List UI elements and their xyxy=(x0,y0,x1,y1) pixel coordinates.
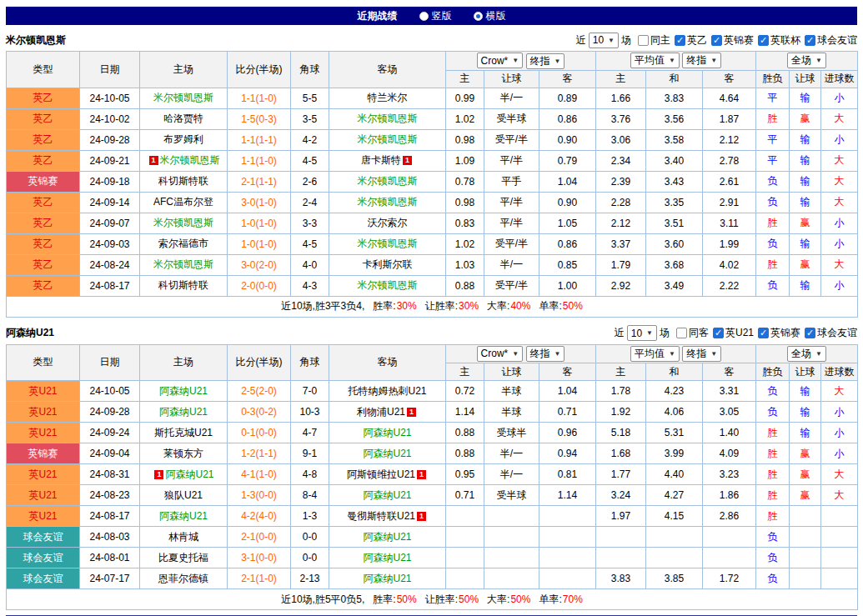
match-date: 24-08-17 xyxy=(80,506,140,527)
filter-checkbox[interactable]: 球会友谊 xyxy=(805,326,857,340)
league-tag: 英乙 xyxy=(7,150,80,171)
match-date: 24-09-18 xyxy=(80,171,140,192)
filter-checkbox[interactable]: 英联杯 xyxy=(758,33,800,48)
asian-odds-away xyxy=(539,506,596,527)
filter-checkbox[interactable]: 英U21 xyxy=(713,326,754,340)
red-card-badge: 1 xyxy=(417,470,426,479)
away-team-cell: 米尔顿凯恩斯 xyxy=(329,129,446,150)
result-wdl: 胜 xyxy=(756,108,790,129)
asian-odds-line: 半/一 xyxy=(484,88,539,108)
result-wdl: 平 xyxy=(756,129,790,150)
euro-odds-home: 3.83 xyxy=(596,568,646,589)
league-tag: 英乙 xyxy=(7,233,80,254)
average-select[interactable]: 平均值▼ xyxy=(630,346,680,362)
filter-checkbox-label: 英锦赛 xyxy=(770,326,800,340)
away-team-name: 利物浦U21 xyxy=(357,406,405,418)
checkbox-checked-icon[interactable] xyxy=(805,35,815,46)
checkbox-checked-icon[interactable] xyxy=(713,328,724,338)
result-goals: 小 xyxy=(821,233,858,254)
away-team-name: 阿森纳U21 xyxy=(363,552,411,563)
checkbox-checked-icon[interactable] xyxy=(675,35,685,46)
league-tag: 英U21 xyxy=(7,464,80,485)
layout-radio-vertical[interactable]: 竖版 xyxy=(419,9,452,23)
home-team-cell: 布罗姆利 xyxy=(140,129,228,150)
radio-icon[interactable] xyxy=(474,12,483,21)
filter-row: 米尔顿凯恩斯 近 10 ▼ 场 同主英乙英锦赛英联杯球会友谊 xyxy=(6,29,857,51)
match-date: 24-09-24 xyxy=(80,423,140,443)
asian-odds-home: 0.98 xyxy=(446,192,484,213)
radio-icon[interactable] xyxy=(419,12,429,21)
away-team-cell: 阿斯顿维拉U211 xyxy=(329,464,446,485)
match-row: 英U2124-09-28阿森纳U210-3(0-2)10-3利物浦U2111.1… xyxy=(7,402,858,423)
euro-odds-home: 1.92 xyxy=(596,402,646,423)
euro-odds-home: 3.24 xyxy=(596,485,646,506)
home-team-name: AFC温布尔登 xyxy=(153,196,213,208)
asian-odds-away: 1.14 xyxy=(539,485,596,506)
asian-odds-away xyxy=(539,568,596,589)
away-team-name: 阿森纳U21 xyxy=(363,489,411,501)
checkbox-unchecked-icon[interactable] xyxy=(638,35,649,46)
away-team-name: 沃尔索尔 xyxy=(368,217,408,228)
euro-odds-type-select[interactable]: 终指▼ xyxy=(682,53,721,68)
euro-odds-draw: 3.83 xyxy=(646,88,703,108)
corner-count: 0-0 xyxy=(291,548,329,568)
away-team-cell: 阿森纳U21 xyxy=(329,443,446,464)
summary-stat: 胜率:30% xyxy=(373,300,416,312)
asian-odds-line: 平/半 xyxy=(484,192,539,213)
bookmaker-value: Crow* xyxy=(481,55,509,67)
checkbox-checked-icon[interactable] xyxy=(758,35,769,46)
bookmaker-select[interactable]: Crow*▼ xyxy=(477,346,524,362)
checkbox-checked-icon[interactable] xyxy=(758,328,769,338)
filter-checkbox[interactable]: 同客 xyxy=(676,326,709,340)
asian-odds-type-select[interactable]: 终指▼ xyxy=(526,346,565,362)
filter-checkbox[interactable]: 同主 xyxy=(638,33,670,48)
asian-odds-away: 0.71 xyxy=(539,402,596,423)
result-handicap: 输 xyxy=(790,423,821,443)
scope-select[interactable]: 全场▼ xyxy=(787,346,826,362)
average-select[interactable]: 平均值▼ xyxy=(630,53,680,68)
summary-stat-value: 70% xyxy=(563,593,583,605)
filter-row: 阿森纳U21 近 10 ▼ 场 同客英U21英锦赛球会友谊 xyxy=(6,323,857,344)
home-team-name: 比夏史托福 xyxy=(158,552,208,563)
filter-checkbox[interactable]: 球会友谊 xyxy=(805,33,857,48)
euro-odds-home: 1.77 xyxy=(596,464,646,485)
asian-odds-line: 受平/半 xyxy=(484,275,539,296)
match-count-select[interactable]: 10 ▼ xyxy=(627,325,657,341)
league-tag: 英乙 xyxy=(7,254,80,275)
filter-checkbox[interactable]: 英锦赛 xyxy=(711,33,754,48)
league-tag: 英U21 xyxy=(7,423,80,443)
summary-stat-value: 40% xyxy=(510,300,530,312)
asian-odds-home: 0.71 xyxy=(446,485,484,506)
average-value: 平均值 xyxy=(635,347,665,361)
asian-odds-type-select[interactable]: 终指▼ xyxy=(526,53,565,69)
red-card-badge: 1 xyxy=(403,156,412,165)
filter-checkbox[interactable]: 英乙 xyxy=(675,33,707,48)
result-goals: 小 xyxy=(821,275,858,296)
sub-col-asian-home: 主 xyxy=(446,363,484,381)
away-team-cell: 阿森纳U21 xyxy=(329,423,446,443)
scope-select[interactable]: 全场▼ xyxy=(787,53,826,68)
away-team-cell: 阿森纳U21 xyxy=(329,568,446,589)
result-handicap: 赢 xyxy=(790,443,821,464)
corner-count: 4-2 xyxy=(291,129,329,150)
summary-stat-value: 30% xyxy=(459,300,479,312)
euro-odds-away: 1.99 xyxy=(703,233,756,254)
away-team-cell: 米尔顿凯恩斯 xyxy=(329,275,446,296)
filter-checkbox[interactable]: 英锦赛 xyxy=(758,326,800,340)
corner-count: 5-5 xyxy=(291,88,329,108)
match-count-select[interactable]: 10 ▼ xyxy=(589,33,619,48)
checkbox-unchecked-icon[interactable] xyxy=(676,328,687,338)
col-header-type: 类型 xyxy=(7,52,80,88)
layout-radio-horizontal[interactable]: 横版 xyxy=(474,9,506,23)
summary-row: 近10场,胜3平3负4,胜率:30%让胜率:30%大率:40%单率:50% xyxy=(7,296,858,317)
euro-odds-type-select[interactable]: 终指▼ xyxy=(682,346,721,362)
result-handicap: 输 xyxy=(790,402,821,423)
home-team-name: 科切斯特联 xyxy=(158,279,208,291)
checkbox-checked-icon[interactable] xyxy=(805,328,815,338)
checkbox-checked-icon[interactable] xyxy=(711,35,722,46)
result-wdl: 负 xyxy=(756,275,790,296)
asian-odds-line xyxy=(484,548,539,568)
asian-odds-away: 0.86 xyxy=(539,233,596,254)
bookmaker-select[interactable]: Crow*▼ xyxy=(477,53,524,68)
scope-value: 全场 xyxy=(791,53,811,68)
